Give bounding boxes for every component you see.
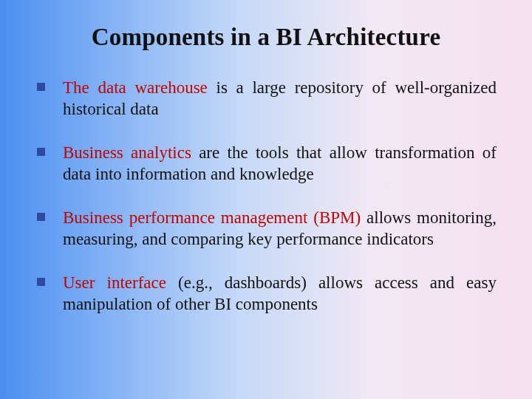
bullet-text: The data warehouse is a large repository… [63,78,497,120]
bullet-lead: User interface [63,273,166,292]
bullet-text: Business performance management (BPM) al… [63,208,497,250]
bullet-list: The data warehouse is a large repository… [35,78,497,316]
list-item: Business performance management (BPM) al… [35,208,497,250]
square-bullet-icon [37,278,45,286]
square-bullet-icon [37,148,45,156]
square-bullet-icon [37,83,45,91]
list-item: User interface (e.g., dashboards) allows… [35,273,497,316]
bullet-lead: Business performance management (BPM) [63,208,361,227]
list-item: The data warehouse is a large repository… [35,78,497,120]
bullet-lead: The data warehouse [63,78,208,97]
bullet-text: Business analytics are the tools that al… [63,143,497,185]
square-bullet-icon [37,213,45,221]
list-item: Business analytics are the tools that al… [35,143,497,185]
bullet-lead: Business analytics [63,143,191,162]
slide-title: Components in a BI Architecture [35,24,497,51]
bullet-text: User interface (e.g., dashboards) allows… [63,273,497,316]
slide: Components in a BI Architecture The data… [0,0,532,399]
